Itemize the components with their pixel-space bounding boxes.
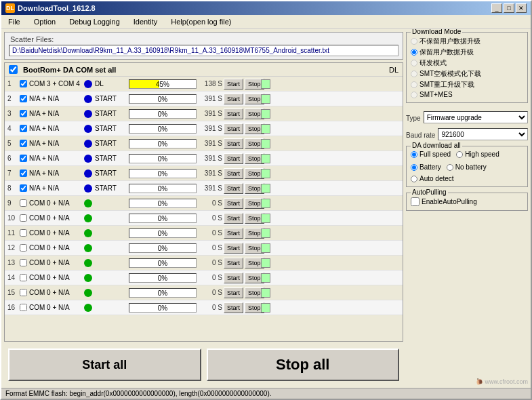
close-button[interactable]: ✕ [516, 3, 527, 13]
start-button[interactable]: Start [224, 302, 243, 313]
row-mode: START [95, 184, 129, 192]
row-checkbox[interactable] [20, 199, 27, 207]
row-name: COM 3 + COM 4 [29, 80, 80, 87]
start-button[interactable]: Start [224, 228, 243, 239]
menu-debug-logging[interactable]: Debug Logging [65, 16, 124, 27]
auto-pulling-title: AutoPulling [411, 188, 448, 196]
row-checkbox[interactable] [20, 184, 27, 192]
start-button[interactable]: Start [224, 108, 243, 119]
start-button[interactable]: Start [224, 168, 243, 179]
start-button[interactable]: Start [224, 213, 243, 224]
status-bar: Format EMMC flash: begin_addr(0x00000000… [1, 388, 531, 399]
progress-text: 0% [129, 169, 196, 178]
radio-smt-rework: SMT重工升级下载 [411, 80, 523, 89]
table-row: 10 COM 0 + N/A 0% 0 S Start Stop [5, 211, 403, 226]
start-button[interactable]: Start [224, 183, 243, 194]
row-checkbox[interactable] [20, 95, 27, 102]
start-button[interactable]: Start [224, 243, 243, 254]
row-number: 15 [7, 289, 20, 296]
row-status-indicator [261, 228, 270, 238]
row-checkbox[interactable] [20, 244, 27, 252]
row-size: 391 S [197, 110, 224, 117]
app-icon: DL [5, 3, 15, 13]
da-download-group: DA download all Full speed High speed Ba… [406, 146, 528, 187]
row-progress: 0% [129, 228, 197, 238]
row-status-indicator [261, 184, 270, 193]
row-buttons: Start Stop [224, 198, 261, 209]
row-checkbox[interactable] [20, 274, 27, 281]
start-button[interactable]: Start [224, 273, 243, 283]
row-checkbox[interactable] [20, 229, 27, 237]
row-name: N/A + N/A [29, 140, 59, 147]
type-select[interactable]: Firmware upgrade [424, 111, 528, 123]
row-buttons: Start Stop [224, 168, 261, 179]
start-button[interactable]: Start [224, 138, 243, 149]
menu-file[interactable]: File [4, 16, 24, 27]
start-button[interactable]: Start [224, 123, 243, 134]
maximize-button[interactable]: □ [504, 3, 514, 13]
row-size: 391 S [197, 140, 224, 147]
radio-no-battery: No battery [447, 163, 487, 171]
row-progress: 0% [129, 154, 197, 163]
row-name: COM 0 + N/A [29, 289, 70, 296]
row-size: 391 S [197, 125, 224, 132]
row-size: 138 S [197, 80, 224, 87]
row-checkbox[interactable] [20, 125, 27, 132]
progress-text: 0% [129, 214, 196, 223]
start-all-button[interactable]: Start all [8, 348, 201, 381]
row-progress: 0% [129, 214, 197, 223]
table-row: 16 COM 0 + N/A 0% 0 S Start Stop [5, 300, 403, 315]
row-name: COM 0 + N/A [29, 199, 70, 207]
menu-help[interactable]: Help(open log file) [167, 16, 235, 27]
menu-identity[interactable]: Identity [129, 16, 161, 27]
row-mode: START [95, 95, 129, 102]
row-checkbox[interactable] [20, 155, 27, 162]
row-checkbox[interactable] [20, 304, 27, 311]
minimize-button[interactable]: _ [491, 3, 502, 13]
bootrom-checkbox[interactable] [9, 65, 18, 74]
row-indicator [84, 155, 92, 163]
radio-smt-blank: SMT空板模式化下载 [411, 69, 523, 79]
left-panel: Scatter Files: D:\BaiduNetdisk\Download\… [4, 32, 403, 385]
start-button[interactable]: Start [224, 287, 243, 298]
row-number: 11 [7, 229, 20, 237]
row-checkbox[interactable] [20, 214, 27, 222]
row-status-indicator [261, 124, 270, 134]
row-buttons: Start Stop [224, 302, 261, 313]
row-size: 0 S [197, 289, 224, 296]
scatter-group: Scatter Files: D:\BaiduNetdisk\Download\… [4, 32, 403, 60]
start-button[interactable]: Start [224, 258, 243, 268]
row-checkbox[interactable] [20, 140, 27, 147]
row-progress: 0% [129, 139, 197, 148]
row-checkbox[interactable] [20, 259, 27, 266]
start-button[interactable]: Start [224, 198, 243, 209]
stop-all-button[interactable]: Stop all [207, 348, 400, 381]
baud-rate-select[interactable]: 921600 [438, 128, 528, 140]
row-checkbox[interactable] [20, 169, 27, 177]
row-checkbox[interactable] [20, 110, 27, 117]
row-progress: 0% [129, 258, 197, 268]
title-bar: DL DownloadTool_1612.8 _ □ ✕ [1, 1, 531, 15]
row-size: 0 S [197, 304, 224, 311]
start-button[interactable]: Start [224, 79, 243, 89]
main-content: Scatter Files: D:\BaiduNetdisk\Download\… [1, 29, 531, 388]
progress-text: 0% [129, 110, 196, 119]
row-checkbox[interactable] [20, 289, 27, 296]
row-number: 9 [7, 199, 20, 207]
row-number: 13 [7, 259, 20, 266]
right-panel: Download Mode 不保留用户数据升级 保留用户数据升级 研发模式 SM… [406, 32, 528, 385]
row-number: 4 [7, 125, 20, 132]
menu-option[interactable]: Option [30, 16, 60, 27]
progress-text: 0% [129, 289, 196, 298]
row-indicator [84, 110, 92, 118]
row-indicator [84, 125, 92, 133]
row-size: 391 S [197, 155, 224, 162]
row-name-cell: N/A + N/A [20, 140, 84, 147]
start-button[interactable]: Start [224, 94, 243, 104]
start-button[interactable]: Start [224, 153, 243, 164]
row-checkbox[interactable] [20, 80, 27, 87]
row-name: COM 0 + N/A [29, 274, 70, 281]
auto-pulling-group: AutoPulling EnableAutoPulling [406, 193, 528, 211]
enable-auto-pulling-checkbox[interactable] [411, 197, 420, 206]
row-size: 0 S [197, 214, 224, 222]
